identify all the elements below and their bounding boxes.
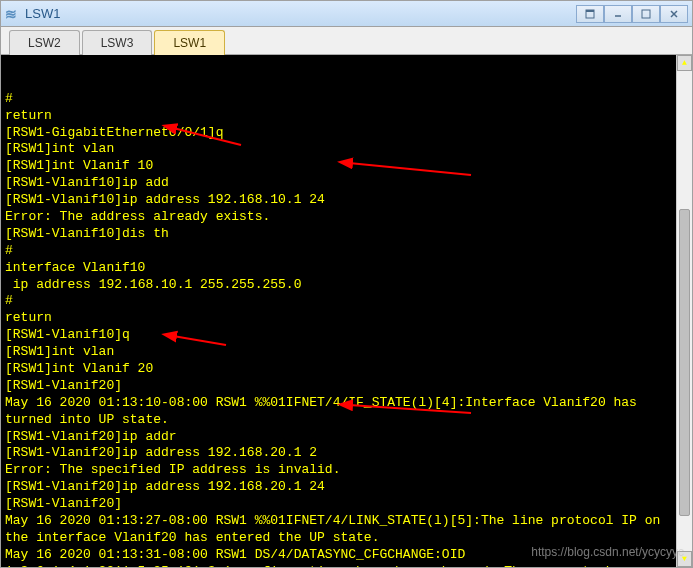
terminal-line: May 16 2020 01:13:27-08:00 RSW1 %%01IFNE… bbox=[5, 513, 688, 547]
scrollbar-down-button[interactable]: ▼ bbox=[677, 551, 692, 567]
terminal-line: May 16 2020 01:13:31-08:00 RSW1 DS/4/DAT… bbox=[5, 547, 688, 567]
minimize-button[interactable] bbox=[604, 5, 632, 23]
terminal-line: # bbox=[5, 293, 688, 310]
terminal-line: ip address 192.168.10.1 255.255.255.0 bbox=[5, 277, 688, 294]
tab-lsw2[interactable]: LSW2 bbox=[9, 30, 80, 55]
svg-rect-1 bbox=[586, 10, 594, 12]
terminal-line: [RSW1-Vlanif10]ip add bbox=[5, 175, 688, 192]
tab-lsw3[interactable]: LSW3 bbox=[82, 30, 153, 55]
terminal-line: interface Vlanif10 bbox=[5, 260, 688, 277]
scrollbar[interactable]: ▲ ▼ bbox=[676, 55, 692, 567]
terminal-line: [RSW1-Vlanif20]ip address 192.168.20.1 2 bbox=[5, 445, 688, 462]
close-button[interactable] bbox=[660, 5, 688, 23]
terminal-line: [RSW1-Vlanif10]dis th bbox=[5, 226, 688, 243]
terminal-line: return bbox=[5, 310, 688, 327]
terminal-line: [RSW1-Vlanif10]q bbox=[5, 327, 688, 344]
terminal-line: [RSW1-Vlanif20]ip address 192.168.20.1 2… bbox=[5, 479, 688, 496]
terminal-line: [RSW1]int vlan bbox=[5, 344, 688, 361]
terminal-line: # bbox=[5, 243, 688, 260]
terminal-line: Error: The specified IP address is inval… bbox=[5, 462, 688, 479]
window-title: LSW1 bbox=[25, 6, 60, 21]
terminal-line: [RSW1-Vlanif20]ip addr bbox=[5, 429, 688, 446]
title-left: ≋ LSW1 bbox=[5, 6, 60, 22]
app-window: ≋ LSW1 LSW2 LSW3 LSW1 #return[RSW1-Gigab… bbox=[0, 0, 693, 568]
tab-lsw1[interactable]: LSW1 bbox=[154, 30, 225, 55]
svg-rect-3 bbox=[642, 10, 650, 18]
terminal-line: [RSW1-Vlanif20] bbox=[5, 496, 688, 513]
tabbar: LSW2 LSW3 LSW1 bbox=[1, 27, 692, 55]
window-buttons bbox=[576, 5, 688, 23]
terminal-line: May 16 2020 01:13:10-08:00 RSW1 %%01IFNE… bbox=[5, 395, 688, 429]
terminal-line: [RSW1-Vlanif20] bbox=[5, 378, 688, 395]
terminal[interactable]: #return[RSW1-GigabitEthernet0/0/1]q[RSW1… bbox=[1, 55, 692, 567]
app-icon: ≋ bbox=[5, 6, 21, 22]
scrollbar-thumb[interactable] bbox=[679, 209, 690, 516]
terminal-line: # bbox=[5, 91, 688, 108]
terminal-line: [RSW1]int vlan bbox=[5, 141, 688, 158]
aux-button[interactable] bbox=[576, 5, 604, 23]
scrollbar-up-button[interactable]: ▲ bbox=[677, 55, 692, 71]
terminal-content: #return[RSW1-GigabitEthernet0/0/1]q[RSW1… bbox=[5, 91, 688, 567]
terminal-line: [RSW1-Vlanif10]ip address 192.168.10.1 2… bbox=[5, 192, 688, 209]
terminal-line: [RSW1]int Vlanif 20 bbox=[5, 361, 688, 378]
terminal-line: [RSW1-GigabitEthernet0/0/1]q bbox=[5, 125, 688, 142]
maximize-button[interactable] bbox=[632, 5, 660, 23]
titlebar: ≋ LSW1 bbox=[1, 1, 692, 27]
terminal-line: return bbox=[5, 108, 688, 125]
terminal-line: Error: The address already exists. bbox=[5, 209, 688, 226]
terminal-line: [RSW1]int Vlanif 10 bbox=[5, 158, 688, 175]
